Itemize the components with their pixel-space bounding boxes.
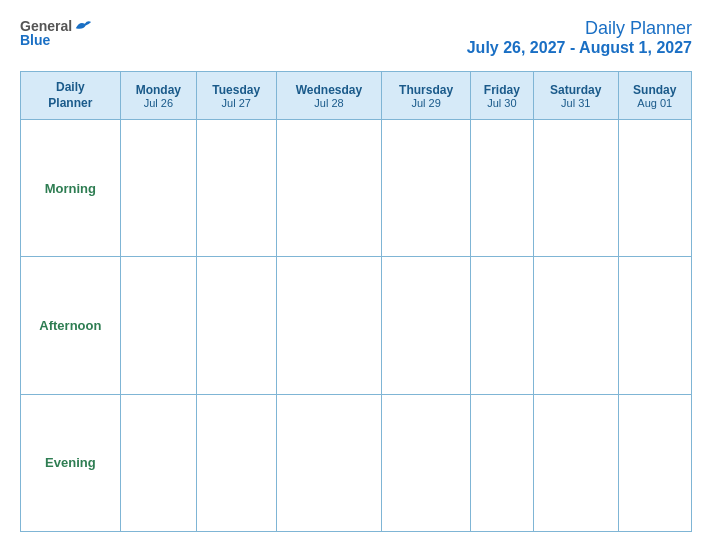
morning-friday[interactable] — [470, 120, 533, 257]
morning-sunday[interactable] — [618, 120, 691, 257]
page: General Blue Daily Planner July 26, 2027… — [0, 0, 712, 550]
afternoon-tuesday[interactable] — [196, 257, 276, 394]
morning-saturday[interactable] — [533, 120, 618, 257]
evening-friday[interactable] — [470, 394, 533, 531]
row-morning: Morning — [21, 120, 692, 257]
row-afternoon: Afternoon — [21, 257, 692, 394]
afternoon-thursday[interactable] — [382, 257, 470, 394]
morning-label: Morning — [21, 120, 121, 257]
planner-title: Daily Planner — [467, 18, 692, 39]
evening-monday[interactable] — [120, 394, 196, 531]
col-monday: Monday Jul 26 — [120, 72, 196, 120]
morning-thursday[interactable] — [382, 120, 470, 257]
evening-wednesday[interactable] — [276, 394, 382, 531]
logo-bird-icon — [74, 19, 92, 33]
col-tuesday: Tuesday Jul 27 — [196, 72, 276, 120]
afternoon-sunday[interactable] — [618, 257, 691, 394]
evening-sunday[interactable] — [618, 394, 691, 531]
col-thursday: Thursday Jul 29 — [382, 72, 470, 120]
evening-saturday[interactable] — [533, 394, 618, 531]
morning-tuesday[interactable] — [196, 120, 276, 257]
date-range: July 26, 2027 - August 1, 2027 — [467, 39, 692, 57]
afternoon-saturday[interactable] — [533, 257, 618, 394]
col-friday: Friday Jul 30 — [470, 72, 533, 120]
evening-tuesday[interactable] — [196, 394, 276, 531]
calendar-table: Daily Planner Monday Jul 26 Tuesday Jul … — [20, 71, 692, 532]
evening-thursday[interactable] — [382, 394, 470, 531]
morning-monday[interactable] — [120, 120, 196, 257]
row-evening: Evening — [21, 394, 692, 531]
header: General Blue Daily Planner July 26, 2027… — [20, 18, 692, 57]
afternoon-monday[interactable] — [120, 257, 196, 394]
col-saturday: Saturday Jul 31 — [533, 72, 618, 120]
logo-blue-text: Blue — [20, 32, 50, 48]
col-wednesday: Wednesday Jul 28 — [276, 72, 382, 120]
title-block: Daily Planner July 26, 2027 - August 1, … — [467, 18, 692, 57]
afternoon-wednesday[interactable] — [276, 257, 382, 394]
afternoon-label: Afternoon — [21, 257, 121, 394]
evening-label: Evening — [21, 394, 121, 531]
table-header-label: Daily Planner — [21, 72, 121, 120]
afternoon-friday[interactable] — [470, 257, 533, 394]
morning-wednesday[interactable] — [276, 120, 382, 257]
logo: General Blue — [20, 18, 92, 48]
col-sunday: Sunday Aug 01 — [618, 72, 691, 120]
